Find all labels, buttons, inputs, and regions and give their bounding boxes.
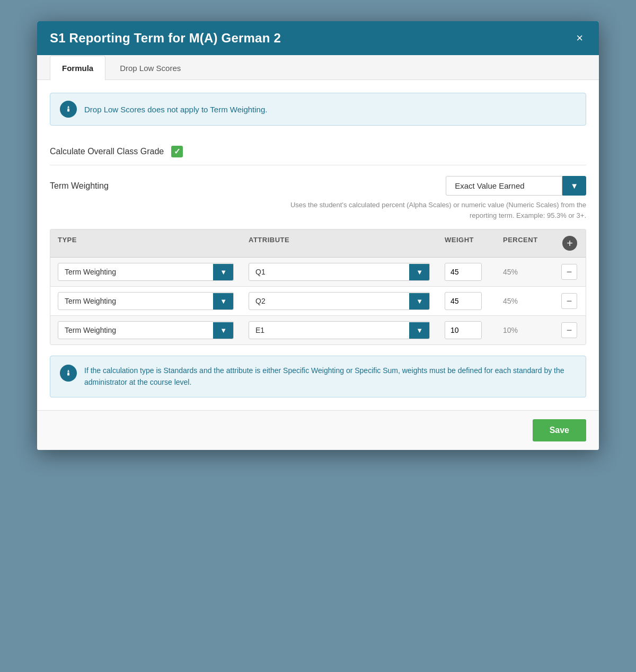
- attribute-cell-3: E1 ▼: [241, 316, 437, 344]
- percent-cell-2: 45%: [496, 291, 554, 311]
- attribute-select-1[interactable]: Q1 ▼: [249, 263, 430, 281]
- attribute-dropdown-btn-2[interactable]: ▼: [409, 293, 429, 310]
- info-banner: Drop Low Scores does not apply to Term W…: [50, 93, 586, 126]
- add-row-button[interactable]: +: [562, 236, 577, 251]
- svg-rect-4: [67, 373, 69, 376]
- term-weighting-hint: Uses the student's calculated percent (A…: [50, 200, 586, 220]
- svg-rect-3: [67, 372, 69, 373]
- remove-cell-3: −: [554, 317, 586, 343]
- svg-rect-0: [67, 108, 69, 109]
- info-banner-text: Drop Low Scores does not apply to Term W…: [84, 105, 267, 114]
- attribute-select-3[interactable]: E1 ▼: [249, 321, 430, 339]
- info-icon: [60, 101, 77, 118]
- col-attribute: ATTRIBUTE: [241, 229, 437, 257]
- weight-input-2[interactable]: [445, 292, 482, 310]
- table-row: Term Weighting ▼ Q2 ▼ 45% −: [50, 287, 586, 316]
- col-percent: PERCENT: [496, 229, 554, 257]
- col-type: TYPE: [50, 229, 241, 257]
- percent-cell-3: 10%: [496, 320, 554, 340]
- tabs-bar: Formula Drop Low Scores: [37, 55, 599, 80]
- attribute-dropdown-btn-3[interactable]: ▼: [409, 322, 429, 339]
- attribute-cell-1: Q1 ▼: [241, 258, 437, 286]
- percent-value-2: 45%: [503, 297, 518, 305]
- bottom-info-box: If the calculation type is Standards and…: [50, 356, 586, 397]
- modal-header: S1 Reporting Term for M(A) German 2 ×: [37, 21, 599, 55]
- type-dropdown-btn-3[interactable]: ▼: [213, 322, 233, 339]
- percent-value-3: 10%: [503, 326, 518, 334]
- calculate-row: Calculate Overall Class Grade: [50, 138, 586, 165]
- save-button[interactable]: Save: [533, 419, 586, 441]
- table-row: Term Weighting ▼ E1 ▼ 10% −: [50, 316, 586, 344]
- type-cell-2: Term Weighting ▼: [50, 287, 241, 315]
- percent-value-1: 45%: [503, 268, 518, 276]
- remove-cell-1: −: [554, 259, 586, 285]
- bottom-info-icon: [60, 365, 77, 382]
- svg-rect-1: [67, 109, 69, 112]
- type-select-2[interactable]: Term Weighting ▼: [58, 292, 234, 310]
- calculate-checkbox[interactable]: [171, 146, 183, 157]
- tab-formula[interactable]: Formula: [50, 56, 105, 80]
- table-row: Term Weighting ▼ Q1 ▼ 45% −: [50, 258, 586, 287]
- weighting-table: TYPE ATTRIBUTE WEIGHT PERCENT + Term Wei…: [50, 229, 586, 345]
- weight-input-3[interactable]: [445, 321, 482, 339]
- col-weight: WEIGHT: [437, 229, 496, 257]
- type-select-3[interactable]: Term Weighting ▼: [58, 321, 234, 339]
- remove-row-3[interactable]: −: [561, 322, 577, 338]
- term-weighting-label: Term Weighting: [50, 181, 109, 191]
- type-select-1[interactable]: Term Weighting ▼: [58, 263, 234, 281]
- type-cell-3: Term Weighting ▼: [50, 316, 241, 344]
- term-weighting-dropdown-btn[interactable]: ▼: [562, 176, 586, 196]
- term-weighting-select-value[interactable]: Exact Value Earned: [446, 176, 562, 196]
- attribute-cell-2: Q2 ▼: [241, 287, 437, 315]
- attribute-dropdown-btn-1[interactable]: ▼: [409, 264, 429, 280]
- weight-input-1[interactable]: [445, 263, 482, 281]
- calculate-label: Calculate Overall Class Grade: [50, 147, 164, 156]
- table-header: TYPE ATTRIBUTE WEIGHT PERCENT +: [50, 229, 586, 258]
- modal-body: Drop Low Scores does not apply to Term W…: [37, 80, 599, 410]
- modal-footer: Save: [37, 410, 599, 450]
- tab-drop-low-scores[interactable]: Drop Low Scores: [108, 56, 193, 80]
- type-dropdown-btn-1[interactable]: ▼: [213, 264, 233, 280]
- remove-row-2[interactable]: −: [561, 293, 577, 309]
- weight-cell-3: [437, 316, 496, 344]
- modal-dialog: S1 Reporting Term for M(A) German 2 × Fo…: [37, 21, 599, 450]
- term-weighting-row: Term Weighting Exact Value Earned ▼: [50, 176, 586, 196]
- svg-point-2: [68, 106, 69, 107]
- weight-cell-1: [437, 258, 496, 286]
- modal-title: S1 Reporting Term for M(A) German 2: [50, 31, 281, 46]
- type-cell-1: Term Weighting ▼: [50, 258, 241, 286]
- attribute-select-2[interactable]: Q2 ▼: [249, 292, 430, 310]
- weight-cell-2: [437, 287, 496, 315]
- remove-cell-2: −: [554, 288, 586, 314]
- svg-point-5: [68, 370, 69, 371]
- percent-cell-1: 45%: [496, 262, 554, 282]
- bottom-info-text: If the calculation type is Standards and…: [84, 365, 576, 388]
- close-button[interactable]: ×: [573, 31, 586, 45]
- remove-row-1[interactable]: −: [561, 264, 577, 280]
- term-weighting-select-container: Exact Value Earned ▼: [446, 176, 586, 196]
- col-add: +: [554, 229, 586, 257]
- type-dropdown-btn-2[interactable]: ▼: [213, 293, 233, 310]
